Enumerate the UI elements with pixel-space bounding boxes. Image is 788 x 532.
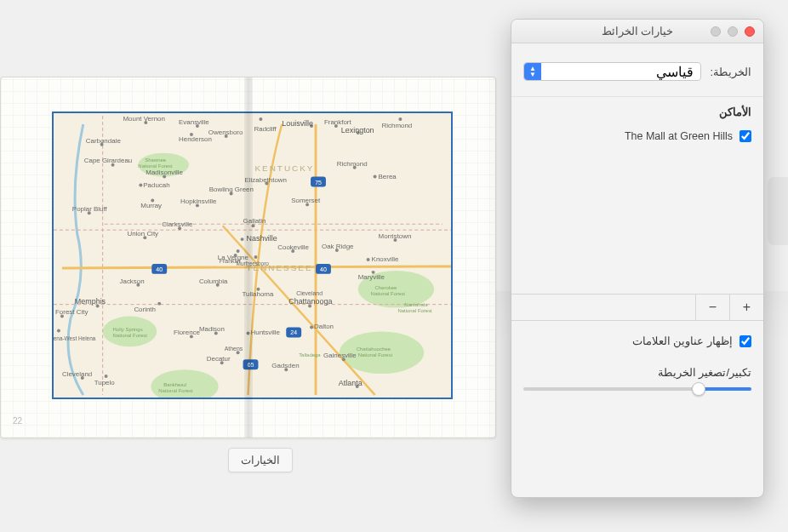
svg-text:Owensboro: Owensboro [208,129,243,136]
svg-text:Florence: Florence [174,329,200,336]
svg-text:Oak Ridge: Oak Ridge [322,243,354,250]
svg-text:Nantahala: Nantahala [404,302,428,307]
svg-text:Chattanooga: Chattanooga [288,297,332,306]
map-type-select[interactable]: قياسي ▲▼ [523,62,701,81]
background-side-tab [768,177,788,245]
svg-text:Bankhead: Bankhead [163,382,186,387]
svg-text:Dalton: Dalton [314,323,334,330]
svg-text:Columbia: Columbia [199,277,228,285]
page-number: 22 [13,416,22,426]
svg-text:Forest City: Forest City [55,308,88,316]
svg-text:National Forest: National Forest [397,308,432,313]
zoom-label: تكبير/تصغير الخريطة [523,366,751,379]
svg-text:Cape Girardeau: Cape Girardeau [84,157,132,164]
place-label: The Mall at Green Hills [625,130,733,142]
svg-point-64 [254,255,257,259]
svg-text:Lexington: Lexington [341,126,374,134]
svg-text:Radcliff: Radcliff [254,125,277,133]
titlebar[interactable]: خيارات الخرائط [511,20,763,43]
svg-text:National Forest: National Forest [358,352,393,358]
place-checkbox[interactable] [739,130,751,142]
svg-point-30 [247,331,250,335]
svg-text:Bowling Green: Bowling Green [209,186,254,193]
add-place-button[interactable]: + [729,295,763,320]
svg-text:Evansville: Evansville [179,118,209,126]
zoom-icon[interactable] [711,26,721,37]
zoom-section: تكبير/تصغير الخريطة [511,358,763,404]
svg-text:Henderson: Henderson [179,135,212,143]
svg-text:Murray: Murray [140,202,162,209]
minimize-icon[interactable] [728,26,738,37]
close-icon[interactable] [745,26,755,37]
svg-text:Paducah: Paducah [143,181,169,189]
svg-text:Gainesville: Gainesville [323,352,357,359]
svg-point-50 [310,325,313,329]
svg-text:40: 40 [320,266,327,272]
svg-text:Holly Springs: Holly Springs [113,327,143,332]
svg-text:Morristown: Morristown [379,232,412,240]
svg-point-74 [398,117,402,121]
zoom-slider-thumb[interactable] [692,382,705,396]
svg-point-112 [374,175,377,179]
svg-point-104 [157,302,161,306]
zoom-slider-fill [699,387,751,391]
svg-point-28 [367,258,370,261]
places-list: The Mall at Green Hills [511,123,763,294]
svg-text:Cleveland: Cleveland [296,290,323,296]
svg-text:Decatur: Decatur [207,355,231,363]
svg-text:Elizabethtown: Elizabethtown [245,176,287,184]
svg-text:Hopkinsville: Hopkinsville [180,197,217,205]
svg-text:National Forest: National Forest [138,163,173,169]
svg-text:Cleveland: Cleveland [62,370,92,378]
places-header: الأماكن [511,96,763,123]
map-type-label: الخريطة: [710,66,751,78]
place-item[interactable]: The Mall at Green Hills [528,127,751,146]
show-labels-row[interactable]: إظهار عناوين العلامات [511,321,763,358]
zoom-slider[interactable] [523,387,751,391]
svg-text:Madisonville: Madisonville [146,169,183,176]
svg-text:Tullahoma: Tullahoma [243,290,274,298]
svg-text:Madison: Madison [199,325,225,333]
show-labels-text: إظهار عناوين العلامات [632,335,733,347]
svg-point-46 [105,375,108,378]
svg-text:Richmond: Richmond [382,122,413,129]
svg-text:Cherokee: Cherokee [375,285,398,290]
map-type-row: قياسي ▲▼ الخريطة: [511,43,763,96]
svg-text:Clarksville: Clarksville [162,220,193,228]
select-stepper-icon[interactable]: ▲▼ [524,63,541,80]
map-type-value: قياسي [656,64,694,80]
svg-text:Franklin: Franklin [220,258,241,264]
svg-text:Union City: Union City [127,230,158,237]
svg-text:Gadsden: Gadsden [271,362,299,369]
svg-point-18 [241,237,244,241]
map-options-window: خيارات الخرائط قياسي ▲▼ الخريطة: الأماكن… [511,19,764,498]
svg-text:65: 65 [248,362,254,368]
show-labels-checkbox[interactable] [739,335,751,347]
map-frame[interactable]: 40 75 24 65 40 KENTUCKY TENNESSEE Nashvi… [52,112,453,399]
svg-point-62 [237,249,240,253]
svg-text:Murfreesboro: Murfreesboro [237,260,270,266]
svg-text:40: 40 [156,266,163,272]
svg-text:75: 75 [315,180,322,186]
svg-text:Tupelo: Tupelo [94,379,116,386]
svg-text:Corinth: Corinth [134,306,156,313]
svg-text:Huntsville: Huntsville [251,329,281,336]
svg-text:Louisville: Louisville [282,119,313,128]
svg-text:Shawnee: Shawnee [145,157,167,163]
svg-point-52 [259,117,262,121]
remove-place-button[interactable]: − [695,295,729,320]
svg-point-118 [57,329,60,332]
svg-text:Atlanta: Atlanta [339,379,363,387]
book-document: 40 75 24 65 40 KENTUCKY TENNESSEE Nashvi… [0,77,496,438]
svg-text:KENTUCKY: KENTUCKY [254,163,314,173]
svg-point-38 [139,184,142,187]
svg-text:Athens: Athens [225,346,243,352]
svg-text:Berea: Berea [379,173,397,180]
svg-text:Talladega: Talladega [299,352,321,358]
svg-text:Gallatin: Gallatin [243,217,266,225]
svg-text:National Forest: National Forest [113,333,148,338]
svg-text:Jackson: Jackson [120,277,145,285]
svg-text:National Forest: National Forest [371,291,406,296]
svg-text:Cookeville: Cookeville [277,243,309,251]
window-title: خيارات الخرائط [602,25,673,37]
